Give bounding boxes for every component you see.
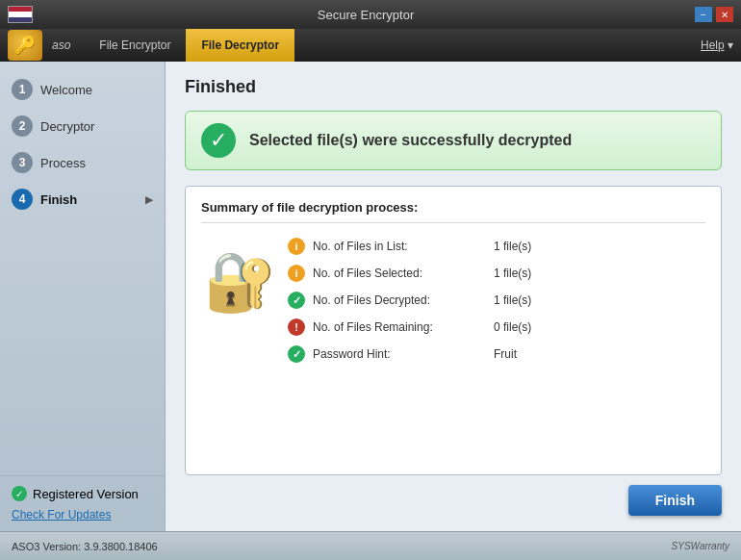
- app-logo: 🔑: [8, 30, 42, 61]
- brand-label: SYSWarranty: [672, 541, 729, 551]
- tab-file-encryptor[interactable]: File Encryptor: [84, 29, 186, 62]
- sidebar-label-finish: Finish: [40, 192, 77, 207]
- minimize-button[interactable]: −: [695, 7, 712, 22]
- success-banner: ✓ Selected file(s) were successfully dec…: [185, 111, 722, 170]
- summary-row: i No. of Files in List: 1 file(s): [288, 233, 705, 260]
- row-value-0: 1 file(s): [494, 240, 531, 253]
- step-4-number: 4: [12, 189, 33, 210]
- summary-row: i No. of Files Selected: 1 file(s): [288, 260, 705, 287]
- check-updates-link[interactable]: Check For Updates: [12, 508, 111, 522]
- step-1-number: 1: [12, 79, 33, 100]
- sidebar-item-finish[interactable]: 4 Finish ▶: [0, 181, 165, 217]
- button-area: Finish: [185, 475, 722, 516]
- row-label-2: No. of Files Decrypted:: [313, 293, 486, 307]
- registered-row: ✓ Registered Version: [12, 486, 153, 501]
- summary-row: ! No. of Files Remaining: 0 file(s): [288, 314, 705, 341]
- row-value-2: 1 file(s): [494, 293, 531, 307]
- summary-rows: i No. of Files in List: 1 file(s) i No. …: [288, 233, 705, 368]
- summary-content: 🔐 i No. of Files in List: 1 file(s) i No…: [201, 233, 705, 368]
- registered-label: Registered Version: [33, 487, 139, 501]
- content-area: Finished ✓ Selected file(s) were success…: [166, 62, 741, 531]
- finished-title: Finished: [185, 77, 722, 97]
- sidebar-item-process[interactable]: 3 Process: [0, 144, 165, 181]
- sidebar-label-welcome: Welcome: [40, 83, 92, 97]
- close-button[interactable]: ✕: [716, 7, 733, 22]
- step-3-number: 3: [12, 152, 33, 173]
- summary-row: ✓ Password Hint: Fruit: [288, 341, 705, 368]
- row-label-1: No. of Files Selected:: [313, 267, 486, 280]
- summary-box: Summary of file decryption process: 🔐 i …: [185, 186, 722, 475]
- step-2-number: 2: [12, 115, 33, 137]
- row-value-3: 0 file(s): [494, 320, 531, 334]
- window-title: Secure Encryptor: [37, 8, 695, 22]
- row-icon-1: i: [288, 265, 305, 282]
- sidebar-item-decryptor[interactable]: 2 Decryptor: [0, 108, 165, 144]
- logo-area: 🔑: [8, 30, 42, 61]
- tab-file-decryptor[interactable]: File Decryptor: [186, 29, 294, 62]
- status-bar: ASO3 Version: 3.9.3800.18406 SYSWarranty: [0, 531, 741, 560]
- sidebar-item-welcome[interactable]: 1 Welcome: [0, 71, 165, 108]
- registered-check-icon: ✓: [12, 486, 27, 501]
- row-value-4: Fruit: [494, 347, 517, 361]
- sidebar-arrow-icon: ▶: [145, 194, 153, 205]
- success-check-icon: ✓: [201, 123, 236, 158]
- sidebar: 1 Welcome 2 Decryptor 3 Process 4 Finish…: [0, 62, 166, 531]
- row-icon-4: ✓: [288, 345, 305, 363]
- row-icon-0: i: [288, 238, 305, 255]
- lock-image: 🔐: [201, 242, 278, 319]
- title-bar: Secure Encryptor − ✕: [0, 0, 741, 29]
- sidebar-label-process: Process: [40, 156, 86, 170]
- window-controls: − ✕: [695, 7, 733, 22]
- row-label-4: Password Hint:: [313, 347, 486, 361]
- summary-row: ✓ No. of Files Decrypted: 1 file(s): [288, 287, 705, 314]
- row-label-3: No. of Files Remaining:: [313, 320, 486, 334]
- summary-title: Summary of file decryption process:: [201, 200, 705, 223]
- row-value-1: 1 file(s): [494, 267, 531, 280]
- finish-button[interactable]: Finish: [628, 485, 722, 516]
- row-icon-3: !: [288, 318, 305, 336]
- menu-bar: 🔑 aso File Encryptor File Decryptor Help…: [0, 29, 741, 62]
- version-text: ASO3 Version: 3.9.3800.18406: [12, 541, 158, 552]
- sidebar-label-decryptor: Decryptor: [40, 119, 94, 134]
- aso-label: aso: [52, 38, 70, 52]
- sidebar-bottom: ✓ Registered Version Check For Updates: [0, 475, 165, 531]
- language-flag[interactable]: [8, 6, 33, 23]
- row-icon-2: ✓: [288, 292, 305, 309]
- row-label-0: No. of Files in List:: [313, 240, 486, 253]
- main-layout: 1 Welcome 2 Decryptor 3 Process 4 Finish…: [0, 62, 741, 531]
- help-button[interactable]: Help ▾: [701, 38, 733, 52]
- success-text: Selected file(s) were successfully decry…: [249, 132, 572, 149]
